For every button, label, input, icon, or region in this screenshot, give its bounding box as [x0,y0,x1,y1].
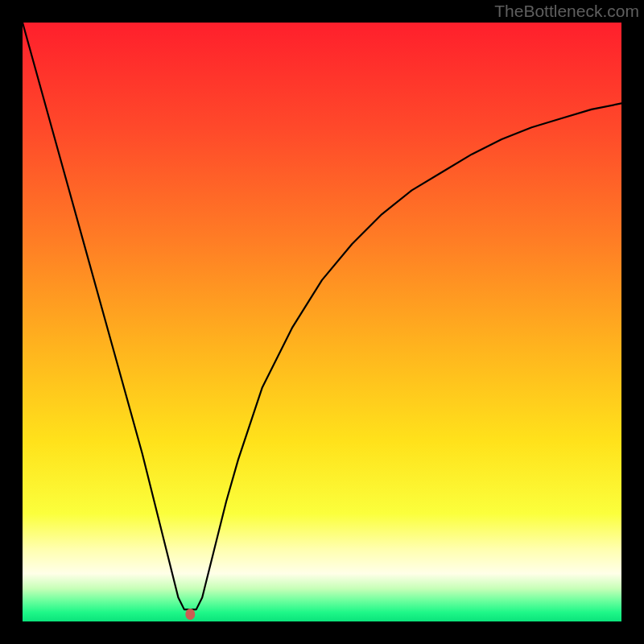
chart-frame: TheBottleneck.com [0,0,644,644]
watermark-text: TheBottleneck.com [494,2,639,21]
plot-area [23,23,621,621]
min-marker [185,609,195,620]
chart-svg [23,23,621,621]
gradient-background [23,23,621,621]
